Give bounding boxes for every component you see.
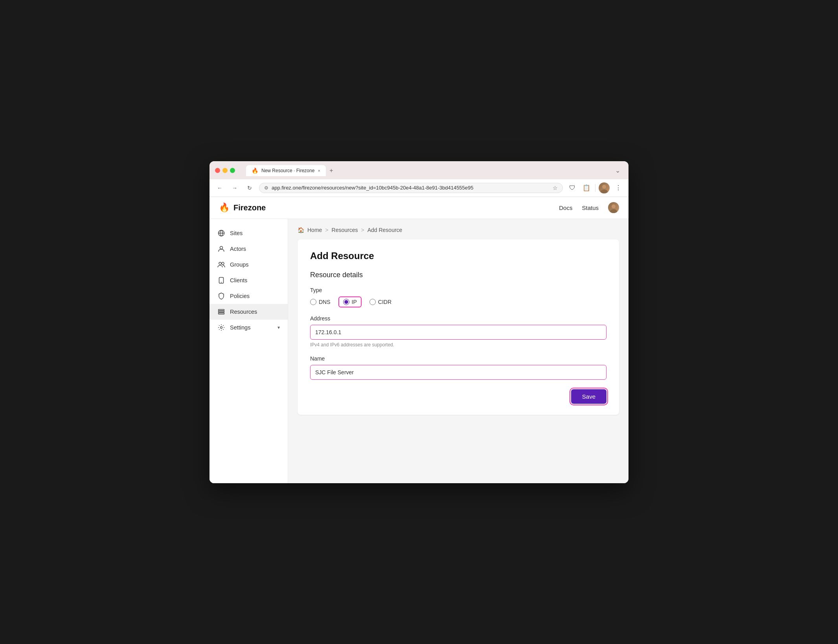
sidebar-policies-label: Policies xyxy=(230,293,250,299)
svg-point-0 xyxy=(602,185,606,189)
phone-icon xyxy=(217,276,225,284)
bookmark-icon[interactable]: ☆ xyxy=(553,185,558,191)
address-bar[interactable]: ⚙ app.firez.one/firezone/resources/new?s… xyxy=(259,183,563,193)
breadcrumb: 🏠 Home > Resources > Add Resource xyxy=(298,227,619,233)
sidebar-item-clients[interactable]: Clients xyxy=(210,272,288,288)
sidebar-item-actors[interactable]: Actors xyxy=(210,241,288,257)
logo-text: Firezone xyxy=(233,203,266,212)
name-input[interactable] xyxy=(310,365,606,380)
sidebar-clients-label: Clients xyxy=(230,277,247,283)
svg-point-8 xyxy=(219,262,221,265)
app-header: 🔥 Firezone Docs Status xyxy=(210,197,628,219)
dns-radio-option[interactable]: DNS xyxy=(310,299,331,305)
sidebar-actors-label: Actors xyxy=(230,246,246,252)
app-layout: Sites Actors xyxy=(210,219,628,483)
browser-chrome: 🔥 New Resource · Firezone × + ⌄ xyxy=(210,161,628,179)
cidr-radio-label: CIDR xyxy=(378,299,391,305)
logo-area: 🔥 Firezone xyxy=(219,202,266,213)
extension-clipboard-icon[interactable]: 📋 xyxy=(581,182,592,193)
form-actions: Save xyxy=(310,389,606,404)
svg-point-3 xyxy=(610,209,617,213)
address-input[interactable] xyxy=(310,325,606,340)
sidebar-groups-label: Groups xyxy=(230,261,249,268)
section-title: Resource details xyxy=(310,271,606,279)
svg-rect-14 xyxy=(219,313,224,314)
home-icon: 🏠 xyxy=(298,227,304,233)
globe-icon xyxy=(217,229,225,237)
name-label: Name xyxy=(310,355,606,362)
back-button[interactable]: ← xyxy=(214,182,225,193)
breadcrumb-sep-2: > xyxy=(361,227,364,233)
browser-toolbar: ← → ↻ ⚙ app.firez.one/firezone/resources… xyxy=(210,179,628,197)
people-icon xyxy=(217,261,225,269)
sidebar-item-sites[interactable]: Sites xyxy=(210,225,288,241)
status-link[interactable]: Status xyxy=(582,204,599,211)
main-content: 🏠 Home > Resources > Add Resource Add Re… xyxy=(288,219,628,483)
gear-icon xyxy=(217,324,225,331)
app-body: 🔥 Firezone Docs Status xyxy=(210,197,628,483)
tab-close-button[interactable]: × xyxy=(318,168,320,173)
traffic-lights xyxy=(215,168,235,173)
sidebar-item-groups[interactable]: Groups xyxy=(210,257,288,272)
cidr-radio-option[interactable]: CIDR xyxy=(369,299,391,305)
stack-icon xyxy=(217,308,225,316)
tab-title: New Resource · Firezone xyxy=(261,168,314,173)
person-icon xyxy=(217,245,225,253)
sidebar: Sites Actors xyxy=(210,219,288,483)
save-button[interactable]: Save xyxy=(571,389,606,404)
sidebar-item-policies[interactable]: Policies xyxy=(210,288,288,304)
sidebar-sites-label: Sites xyxy=(230,230,243,236)
new-tab-button[interactable]: + xyxy=(326,165,337,176)
ip-radio-input[interactable] xyxy=(343,299,349,305)
address-field-group: Address IPv4 and IPv6 addresses are supp… xyxy=(310,315,606,348)
toolbar-divider xyxy=(595,184,595,192)
dns-radio-label: DNS xyxy=(319,299,331,305)
sidebar-item-settings[interactable]: Settings ▾ xyxy=(210,320,288,335)
settings-chevron-icon: ▾ xyxy=(277,325,280,330)
browser-window: 🔥 New Resource · Firezone × + ⌄ ← → ↻ ⚙ … xyxy=(210,161,628,483)
extension-1password-icon[interactable]: 🛡 xyxy=(567,182,578,193)
cidr-radio-input[interactable] xyxy=(369,299,376,305)
sidebar-item-resources[interactable]: Resources xyxy=(210,304,288,320)
header-user-avatar[interactable] xyxy=(608,202,619,213)
shield-icon xyxy=(217,292,225,300)
name-field-group: Name xyxy=(310,355,606,380)
breadcrumb-resources-link[interactable]: Resources xyxy=(332,227,358,233)
active-tab[interactable]: 🔥 New Resource · Firezone × xyxy=(246,165,326,176)
dns-radio-input[interactable] xyxy=(310,299,316,305)
svg-point-7 xyxy=(220,246,223,249)
type-radio-group: DNS IP CIDR xyxy=(310,296,606,307)
reload-button[interactable]: ↻ xyxy=(244,182,255,193)
forward-button[interactable]: → xyxy=(229,182,240,193)
svg-rect-12 xyxy=(219,309,224,311)
sidebar-resources-label: Resources xyxy=(230,309,257,315)
address-label: Address xyxy=(310,315,606,322)
svg-rect-13 xyxy=(219,311,224,312)
maximize-window-button[interactable] xyxy=(230,168,235,173)
type-label: Type xyxy=(310,287,606,293)
tab-menu-button[interactable]: ⌄ xyxy=(612,165,623,176)
ip-radio-label: IP xyxy=(352,299,357,305)
browser-menu-icon[interactable]: ⋮ xyxy=(613,182,624,193)
svg-point-1 xyxy=(601,190,608,193)
breadcrumb-home-link[interactable]: Home xyxy=(307,227,322,233)
user-avatar[interactable] xyxy=(599,182,610,193)
tab-favicon-icon: 🔥 xyxy=(252,167,258,174)
docs-link[interactable]: Docs xyxy=(559,204,572,211)
svg-point-11 xyxy=(221,282,222,283)
type-field-group: Type DNS IP C xyxy=(310,287,606,307)
ip-radio-option[interactable]: IP xyxy=(338,296,362,307)
breadcrumb-current: Add Resource xyxy=(368,227,402,233)
address-settings-icon: ⚙ xyxy=(264,185,268,191)
page-title: Add Resource xyxy=(310,250,606,261)
minimize-window-button[interactable] xyxy=(222,168,228,173)
browser-controls: 🔥 New Resource · Firezone × + ⌄ xyxy=(215,165,623,176)
svg-point-15 xyxy=(221,326,222,328)
browser-extensions: 🛡 📋 ⋮ xyxy=(567,182,624,193)
close-window-button[interactable] xyxy=(215,168,220,173)
add-resource-card: Add Resource Resource details Type DNS xyxy=(298,239,619,415)
breadcrumb-sep-1: > xyxy=(325,227,328,233)
svg-point-2 xyxy=(612,204,616,208)
header-nav: Docs Status xyxy=(559,202,619,213)
tab-bar: 🔥 New Resource · Firezone × + ⌄ xyxy=(246,165,623,176)
